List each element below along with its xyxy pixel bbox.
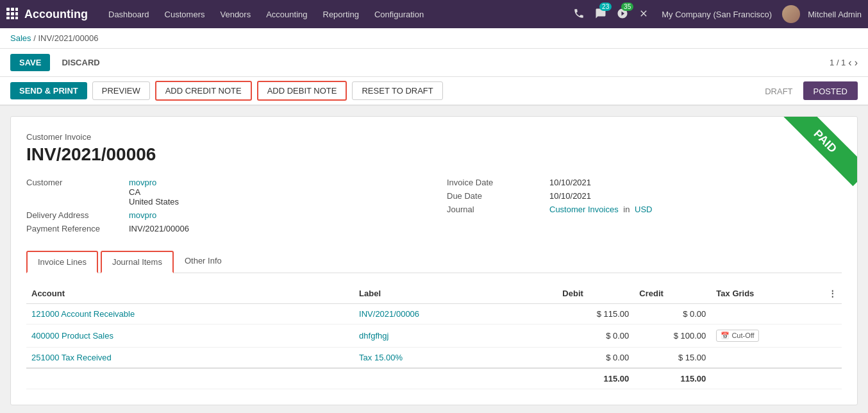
grid-icon[interactable] [6, 8, 18, 21]
add-credit-note-button[interactable]: ADD CREDIT NOTE [155, 81, 252, 101]
due-date-value: 10/10/2021 [549, 191, 591, 201]
cell-tax-grid [711, 348, 788, 369]
messages-badge: 23 [599, 3, 612, 11]
next-page-button[interactable]: › [855, 57, 858, 69]
paid-stamp-text: PAID [780, 117, 857, 186]
table-row: 121000 Account ReceivableINV/2021/00006$… [26, 304, 842, 324]
cell-tax-grid: 📅 Cut-Off [711, 324, 788, 348]
tab-journal-items[interactable]: Journal Items [101, 251, 174, 273]
col-credit-header: Credit [634, 283, 711, 304]
add-debit-note-button[interactable]: ADD DEBIT NOTE [257, 81, 347, 101]
cell-account[interactable]: 251000 Tax Received [26, 348, 354, 369]
invoice-tabs: Invoice Lines Journal Items Other Info [26, 250, 842, 273]
user-avatar [782, 5, 800, 23]
customer-label: Customer [26, 178, 129, 206]
col-label-header: Label [354, 283, 557, 304]
invoice-date-value: 10/10/2021 [549, 178, 591, 187]
journal-currency[interactable]: USD [635, 205, 652, 214]
pagination-text: 1 / 1 [830, 58, 846, 67]
breadcrumb-parent[interactable]: Sales [10, 33, 31, 43]
table-row: 251000 Tax ReceivedTax 15.00%$ 0.00$ 15.… [26, 348, 842, 369]
cutoff-badge[interactable]: 📅 Cut-Off [716, 330, 758, 342]
cell-account[interactable]: 400000 Product Sales [26, 324, 354, 348]
journal-name[interactable]: Customer Invoices [549, 205, 619, 214]
cell-label[interactable]: INV/2021/00006 [354, 304, 557, 324]
cell-credit: $ 15.00 [634, 348, 711, 369]
cell-credit: $ 0.00 [634, 304, 711, 324]
svg-rect-8 [15, 17, 18, 19]
cell-credit: $ 100.00 [634, 324, 711, 348]
customer-name[interactable]: movpro [129, 178, 156, 187]
customer-field: Customer movpro CA United States [26, 178, 421, 206]
preview-button[interactable]: PREVIEW [92, 81, 150, 100]
svg-rect-0 [6, 8, 10, 11]
customer-country: United States [129, 197, 179, 206]
svg-rect-1 [11, 8, 14, 11]
reset-to-draft-button[interactable]: RESET TO DRAFT [352, 81, 442, 100]
nav-configuration[interactable]: Configuration [367, 0, 431, 28]
payment-ref-label: Payment Reference [26, 224, 129, 233]
col-account-header: Account [26, 283, 354, 304]
cell-debit: $ 0.00 [557, 348, 634, 369]
tab-invoice-lines[interactable]: Invoice Lines [26, 251, 98, 273]
cell-options [788, 348, 842, 369]
nav-accounting[interactable]: Accounting [258, 0, 315, 28]
nav-vendors[interactable]: Vendors [212, 0, 258, 28]
journal-label: Journal [447, 205, 549, 214]
svg-rect-7 [11, 17, 14, 19]
nav-dashboard[interactable]: Dashboard [101, 0, 157, 28]
invoice-date-label: Invoice Date [447, 178, 549, 187]
toolbar: SAVE DISCARD 1 / 1 ‹ › [0, 49, 868, 77]
delivery-address-field: Delivery Address movpro [26, 210, 421, 220]
svg-rect-6 [6, 17, 10, 19]
status-bar: DRAFT POSTED [755, 81, 858, 100]
journal-field: Journal Customer Invoices in USD [447, 205, 842, 214]
invoice-type: Customer Invoice [26, 132, 842, 142]
cell-label[interactable]: Tax 15.00% [354, 348, 557, 369]
close-icon[interactable] [636, 6, 651, 23]
breadcrumb-current: INV/2021/00006 [38, 33, 98, 43]
cell-account[interactable]: 121000 Account Receivable [26, 304, 354, 324]
nav-customers[interactable]: Customers [157, 0, 213, 28]
activity-badge: 35 [621, 3, 633, 11]
cell-debit: $ 115.00 [557, 304, 634, 324]
delivery-address-label: Delivery Address [26, 210, 129, 220]
status-posted[interactable]: POSTED [803, 81, 858, 100]
invoice-details: Customer movpro CA United States Deliver… [26, 178, 842, 237]
status-draft[interactable]: DRAFT [755, 81, 803, 100]
customer-value: movpro CA United States [129, 178, 179, 206]
customer-state: CA [129, 187, 179, 197]
payment-ref-field: Payment Reference INV/2021/00006 [26, 224, 421, 233]
send-print-button[interactable]: SEND & PRINT [10, 82, 87, 99]
col-options-header: ⋮ [788, 283, 842, 304]
user-name: Mitchell Admin [808, 10, 862, 19]
paid-stamp: PAID [780, 117, 857, 194]
journal-value: Customer Invoices in USD [549, 205, 652, 214]
cell-debit: $ 0.00 [557, 324, 634, 348]
company-name: My Company (San Francisco) [662, 10, 772, 19]
col-debit-header: Debit [557, 283, 634, 304]
prev-page-button[interactable]: ‹ [848, 57, 851, 69]
invoice-card: PAID Customer Invoice INV/2021/00006 Cus… [10, 116, 858, 405]
top-nav: Accounting Dashboard Customers Vendors A… [0, 0, 868, 28]
save-button[interactable]: SAVE [10, 54, 50, 71]
footer-empty [26, 368, 557, 389]
delivery-address-value[interactable]: movpro [129, 210, 156, 220]
footer-credit-total: 115.00 [634, 368, 711, 389]
cell-tax-grid [711, 304, 788, 324]
footer-tax-empty [711, 368, 842, 389]
main-content: PAID Customer Invoice INV/2021/00006 Cus… [0, 106, 868, 413]
nav-reporting[interactable]: Reporting [315, 0, 367, 28]
app-brand[interactable]: Accounting [24, 8, 88, 21]
svg-rect-5 [15, 12, 18, 15]
phone-icon[interactable] [571, 5, 587, 24]
cell-label[interactable]: dhfgfhgj [354, 324, 557, 348]
tab-other-info[interactable]: Other Info [174, 250, 233, 273]
svg-rect-2 [15, 8, 18, 11]
cell-options [788, 324, 842, 348]
discard-button[interactable]: DISCARD [55, 54, 106, 71]
messages-icon[interactable]: 23 [592, 5, 609, 24]
due-date-label: Due Date [447, 191, 549, 201]
activity-icon[interactable]: 35 [614, 5, 631, 24]
pagination: 1 / 1 ‹ › [830, 57, 858, 69]
